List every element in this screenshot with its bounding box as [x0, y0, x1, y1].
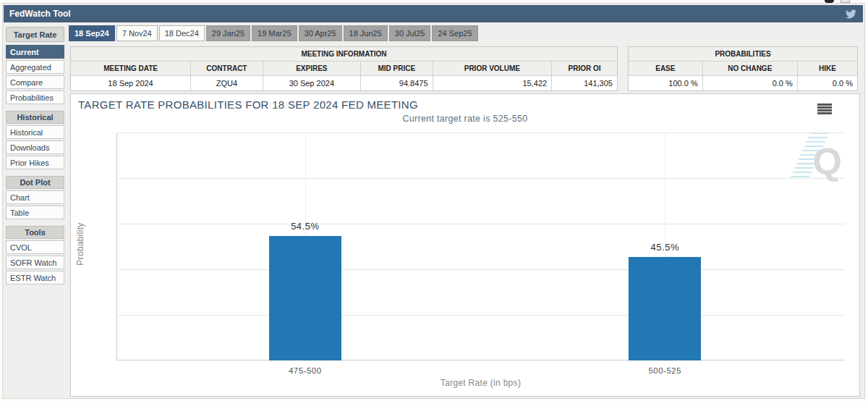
- sidebar-item-aggregated[interactable]: Aggregated: [6, 60, 64, 74]
- sidebar: Target Rate CurrentAggregatedCompareProb…: [6, 27, 64, 284]
- cell-mid-price: 94.8475: [361, 76, 433, 90]
- gridline-60: [116, 224, 845, 224]
- app-title: FedWatch Tool: [9, 9, 71, 19]
- sidebar-section-historical: Historical: [6, 111, 64, 124]
- sidebar-item-cvol[interactable]: CVOL: [6, 240, 64, 254]
- bar-500-525[interactable]: [629, 257, 701, 360]
- probabilities-title: PROBABILITIES: [629, 47, 857, 62]
- twitter-icon[interactable]: [845, 9, 857, 20]
- tab-18-dec24[interactable]: 18 Dec24: [159, 25, 205, 41]
- x-axis-line: [116, 360, 845, 360]
- gridline-20: [116, 315, 845, 316]
- gridline-40: [116, 269, 845, 270]
- cell-no-change: 0.0 %: [703, 76, 798, 90]
- gridline-80: [116, 178, 845, 179]
- x-axis-title: Target Rate (in bps): [116, 378, 845, 388]
- sidebar-item-estr-watch[interactable]: ESTR Watch: [6, 271, 64, 284]
- category-label-475-500: 475-500: [289, 366, 322, 375]
- col-header-mid-price: MID PRICE: [361, 62, 433, 75]
- bar-value-label-0: 54.5%: [291, 221, 319, 232]
- cell-prior-oi: 141,305: [552, 76, 617, 90]
- target-rate-button[interactable]: Target Rate: [6, 27, 64, 42]
- clipped-toolbar-icon-dark: [825, 0, 834, 3]
- sidebar-item-compare[interactable]: Compare: [6, 75, 64, 89]
- sidebar-item-historical[interactable]: Historical: [6, 125, 64, 139]
- cell-prior-volume: 15,422: [433, 76, 553, 90]
- sidebar-item-probabilities[interactable]: Probabilities: [6, 90, 64, 104]
- chart-subtitle: Current target rate is 525-550: [71, 114, 859, 124]
- sidebar-item-downloads[interactable]: Downloads: [6, 140, 64, 154]
- col-header-contract: CONTRACT: [191, 62, 263, 75]
- cell-contract: ZQU4: [191, 76, 263, 90]
- cell-meeting-date: 18 Sep 2024: [71, 76, 191, 90]
- y-axis-title: Probability: [75, 208, 85, 280]
- cell-hike: 0.0 %: [798, 76, 857, 90]
- bar-475-500[interactable]: [269, 236, 341, 360]
- sidebar-item-prior-hikes[interactable]: Prior Hikes: [6, 156, 64, 169]
- app-header: FedWatch Tool: [4, 5, 863, 22]
- tab-19-mar25[interactable]: 19 Mar25: [252, 25, 297, 41]
- y-axis-line: [116, 132, 117, 360]
- tab-29-jan25[interactable]: 29 Jan25: [206, 25, 250, 41]
- meeting-information-title: MEETING INFORMATION: [71, 47, 617, 62]
- probabilities-header-row: EASENO CHANGEHIKE: [629, 62, 857, 76]
- clipped-toolbar-icon-light: [841, 0, 850, 3]
- category-label-500-525: 500-525: [648, 366, 681, 375]
- chart-panel: TARGET RATE PROBABILITIES FOR 18 SEP 202…: [70, 93, 860, 397]
- col-header-meeting-date: MEETING DATE: [71, 62, 191, 75]
- meeting-information-table: MEETING INFORMATION MEETING DATECONTRACT…: [70, 46, 618, 91]
- tab-18-jun25[interactable]: 18 Jun25: [344, 25, 388, 41]
- col-header-ease: EASE: [629, 62, 703, 75]
- col-header-no-change: NO CHANGE: [703, 62, 798, 75]
- tab-7-nov24[interactable]: 7 Nov24: [116, 25, 158, 41]
- col-header-prior-volume: PRIOR VOLUME: [433, 62, 553, 75]
- cell-expires: 30 Sep 2024: [263, 76, 361, 90]
- plot-area: 54.5%45.5%: [116, 132, 845, 360]
- sidebar-item-current[interactable]: Current: [6, 45, 64, 59]
- meeting-information-header-row: MEETING DATECONTRACTEXPIRESMID PRICEPRIO…: [71, 62, 617, 76]
- tab-18-sep24[interactable]: 18 Sep24: [69, 25, 115, 41]
- probabilities-data-row: 100.0 %0.0 %0.0 %: [629, 76, 857, 90]
- sidebar-section-dot-plot: Dot Plot: [6, 176, 64, 189]
- chart-title: TARGET RATE PROBABILITIES FOR 18 SEP 202…: [78, 98, 418, 111]
- meeting-information-data-row: 18 Sep 2024ZQU430 Sep 202494.847515,4221…: [71, 76, 617, 90]
- chart-context-menu-icon[interactable]: [817, 104, 832, 114]
- cell-ease: 100.0 %: [629, 76, 703, 90]
- gridline-100: [116, 132, 845, 133]
- col-header-hike: HIKE: [798, 62, 857, 75]
- col-header-expires: EXPIRES: [263, 62, 361, 75]
- date-tabs: 18 Sep247 Nov2418 Dec2429 Jan2519 Mar253…: [69, 25, 478, 41]
- tab-30-apr25[interactable]: 30 Apr25: [299, 25, 342, 41]
- bar-value-label-1: 45.5%: [651, 242, 679, 253]
- sidebar-item-table[interactable]: Table: [6, 206, 64, 219]
- tab-30-jul25[interactable]: 30 Jul25: [389, 25, 431, 41]
- probabilities-table: PROBABILITIES EASENO CHANGEHIKE 100.0 %0…: [628, 46, 858, 91]
- sidebar-item-chart[interactable]: Chart: [6, 190, 64, 204]
- col-header-prior-oi: PRIOR OI: [552, 62, 617, 75]
- sidebar-item-sofr-watch[interactable]: SOFR Watch: [6, 256, 64, 269]
- tab-24-sep25[interactable]: 24 Sep25: [432, 25, 477, 41]
- sidebar-section-tools: Tools: [6, 226, 64, 239]
- sidebar-nav: CurrentAggregatedCompareProbabilitiesHis…: [6, 45, 64, 284]
